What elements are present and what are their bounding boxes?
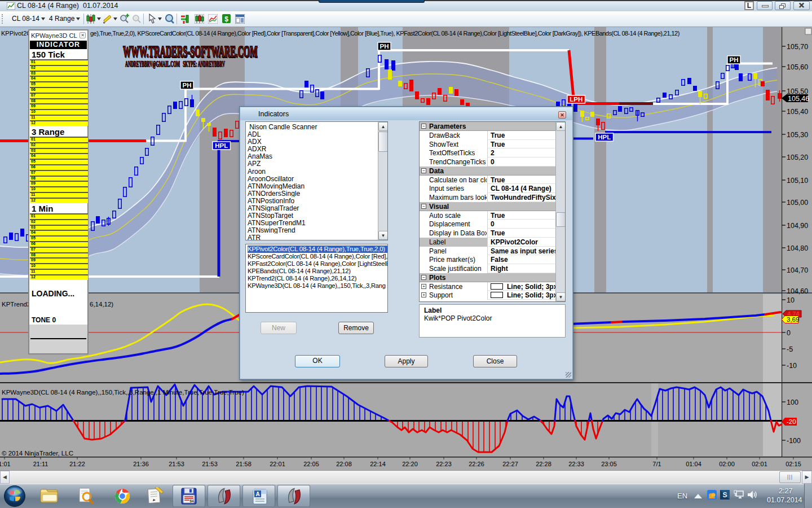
svg-text:21:58: 21:58 bbox=[236, 461, 251, 467]
svg-text:104,70: 104,70 bbox=[787, 266, 808, 274]
svg-text:105,00: 105,00 bbox=[787, 199, 808, 207]
svg-text:100: 100 bbox=[787, 398, 798, 406]
svg-text:-5: -5 bbox=[787, 345, 793, 353]
svg-text:64.: 64. bbox=[189, 499, 195, 503]
svg-text:10: 10 bbox=[787, 296, 795, 304]
svg-text:23:05: 23:05 bbox=[601, 461, 617, 467]
svg-text:-100: -100 bbox=[787, 437, 801, 445]
svg-text:22:01: 22:01 bbox=[270, 461, 285, 467]
svg-text:22:23: 22:23 bbox=[436, 461, 452, 467]
svg-text:105,70: 105,70 bbox=[787, 43, 808, 51]
svg-text:105,46: 105,46 bbox=[788, 95, 809, 103]
svg-text:105,50: 105,50 bbox=[787, 87, 808, 95]
svg-text:02:00: 02:00 bbox=[719, 461, 735, 467]
svg-text:22:33: 22:33 bbox=[568, 461, 584, 467]
svg-text:22:14: 22:14 bbox=[370, 461, 386, 467]
svg-text:02:01: 02:01 bbox=[752, 461, 767, 467]
svg-text:HPL: HPL bbox=[215, 142, 228, 149]
svg-text:01:04: 01:04 bbox=[686, 461, 701, 467]
svg-text:22:27: 22:27 bbox=[502, 461, 518, 467]
svg-text:6,14,12): 6,14,12) bbox=[90, 301, 113, 308]
svg-text:21:22: 21:22 bbox=[69, 461, 85, 467]
svg-text:105,20: 105,20 bbox=[787, 154, 808, 161]
svg-text:KPWayne3D(CL 08-14 (4 Range),,: KPWayne3D(CL 08-14 (4 Range),,150,Tick,,… bbox=[2, 389, 244, 396]
svg-text:21:53: 21:53 bbox=[169, 461, 184, 467]
svg-text:1:01: 1:01 bbox=[0, 461, 11, 467]
svg-text:$: $ bbox=[224, 15, 228, 23]
svg-text:22:05: 22:05 bbox=[303, 461, 319, 467]
svg-text:PH: PH bbox=[730, 56, 739, 63]
svg-text:3,69: 3,69 bbox=[787, 316, 799, 323]
svg-text:7/1: 7/1 bbox=[652, 461, 661, 467]
svg-text:105,30: 105,30 bbox=[787, 131, 808, 139]
svg-text:22:26: 22:26 bbox=[469, 461, 484, 467]
svg-text:104,60: 104,60 bbox=[787, 287, 808, 295]
svg-text:21:53: 21:53 bbox=[202, 461, 218, 467]
svg-text:02:15: 02:15 bbox=[785, 461, 801, 467]
svg-text:-20: -20 bbox=[787, 418, 796, 425]
svg-text:22:28: 22:28 bbox=[536, 461, 551, 467]
svg-text:A: A bbox=[255, 491, 259, 497]
svg-text:21:36: 21:36 bbox=[133, 461, 149, 467]
svg-text:104,80: 104,80 bbox=[787, 244, 808, 252]
svg-text:HPL: HPL bbox=[598, 134, 611, 141]
svg-text:105,10: 105,10 bbox=[787, 177, 808, 185]
svg-text:© 2014 NinjaTrader, LLC: © 2014 NinjaTrader, LLC bbox=[2, 450, 73, 457]
svg-text:-10: -10 bbox=[787, 362, 797, 370]
svg-text:22:08: 22:08 bbox=[336, 461, 352, 467]
svg-text:105,40: 105,40 bbox=[787, 108, 808, 116]
svg-text:21:11: 21:11 bbox=[33, 461, 48, 467]
svg-text:S: S bbox=[722, 491, 727, 499]
svg-text:LPH: LPH bbox=[570, 96, 582, 103]
svg-text:105,60: 105,60 bbox=[787, 63, 808, 71]
svg-text:22:20: 22:20 bbox=[402, 461, 418, 467]
svg-text:PH: PH bbox=[183, 82, 192, 89]
svg-text:0: 0 bbox=[787, 329, 791, 337]
svg-text:104,90: 104,90 bbox=[787, 222, 808, 230]
